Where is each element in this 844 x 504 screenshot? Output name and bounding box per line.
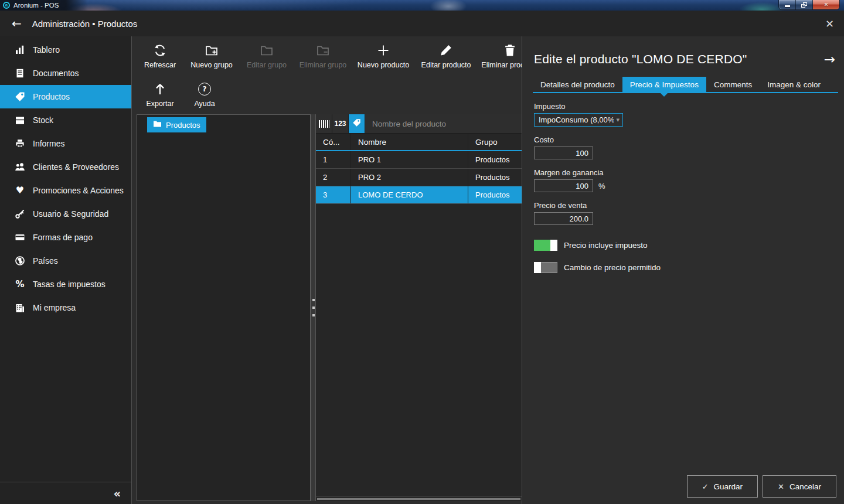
credit-card-icon [15, 232, 25, 243]
app-logo-icon: a [3, 2, 10, 9]
folder-plus-icon [204, 41, 219, 60]
sidebar-footer: « [0, 482, 131, 504]
close-window-icon: ✕ [824, 2, 829, 8]
column-header-code[interactable]: Có... [316, 134, 351, 150]
sidebar-item-clientes-proveedores[interactable]: Clientes & Proveedores [0, 155, 131, 179]
sidebar-item-label: Tasas de impuestos [33, 280, 106, 289]
sidebar-item-tablero[interactable]: Tablero [0, 38, 131, 62]
key-icon [15, 209, 25, 219]
folder-icon [153, 120, 162, 130]
tab-imagen-color[interactable]: Imagen & color [760, 77, 828, 92]
toggle-label: Precio incluye impuesto [564, 241, 648, 250]
app-logo-letter: a [5, 3, 8, 8]
margen-label: Margen de ganancia [534, 168, 844, 177]
sidebar-item-label: Formas de pago [33, 233, 93, 242]
sidebar-item-informes[interactable]: Informes [0, 132, 131, 155]
tab-comments[interactable]: Comments [706, 77, 760, 92]
help-button[interactable]: ? Ayuda [183, 79, 226, 113]
code-filter-button[interactable]: 123 [332, 114, 349, 133]
folder-icon [259, 41, 274, 60]
product-search-input[interactable] [365, 114, 522, 133]
scrollbar-thumb[interactable] [317, 498, 520, 500]
close-window-button[interactable]: ✕ [813, 0, 839, 9]
collapse-sidebar-button[interactable]: « [114, 487, 121, 500]
trash-icon [502, 41, 518, 60]
splitter-handle[interactable] [311, 114, 316, 501]
page-title: Administración • Productos [32, 19, 138, 29]
new-group-button[interactable]: Nuevo grupo [183, 40, 240, 79]
search-bar: 123 [316, 114, 522, 134]
sidebar-item-documentos[interactable]: Documentos [0, 62, 131, 85]
impuesto-select[interactable]: ImpoConsumo (8,00% ▾ [534, 113, 623, 127]
percent-icon: % [15, 279, 25, 290]
table-row[interactable]: 2 PRO 2 Productos [316, 169, 522, 186]
sidebar-item-stock[interactable]: Stock [0, 108, 131, 132]
product-table-panel: 123 Có... Nombre Grupo 1 PRO 1 Productos… [316, 114, 522, 501]
sidebar: Tablero Documentos Productos Stock Infor… [0, 36, 132, 504]
forward-button[interactable]: → [824, 52, 835, 67]
tree-node-productos[interactable]: Productos [147, 117, 206, 132]
tab-precio-impuestos[interactable]: Precio & Impuestos [622, 77, 706, 92]
edit-product-button[interactable]: Editar producto [414, 40, 478, 79]
refresh-button[interactable]: Refrescar [137, 40, 183, 79]
barcode-filter-button[interactable] [316, 114, 332, 133]
cell-group: Productos [468, 151, 522, 168]
margen-input[interactable] [534, 179, 593, 192]
table-row[interactable]: 1 PRO 1 Productos [316, 151, 522, 169]
folder-minus-icon [315, 41, 331, 60]
impuesto-value: ImpoConsumo (8,00% [539, 115, 614, 124]
export-button[interactable]: Exportar [137, 79, 183, 113]
tab-detalles-del-producto[interactable]: Detalles del producto [533, 77, 622, 92]
window-controls: ✕ [779, 0, 839, 9]
sidebar-item-usuario-seguridad[interactable]: Usuario & Seguridad [0, 202, 131, 226]
sidebar-item-formas-pago[interactable]: Formas de pago [0, 226, 131, 249]
delete-group-button[interactable]: Eliminar grupo [294, 40, 352, 79]
close-admin-button[interactable]: ✕ [825, 18, 834, 30]
table-header[interactable]: Có... Nombre Grupo [316, 134, 522, 151]
cancel-button-label: Cancelar [789, 482, 821, 491]
table-row-selected[interactable]: 3 LOMO DE CERDO Productos [316, 186, 522, 204]
name-filter-button[interactable] [349, 114, 365, 133]
minimize-button[interactable] [779, 0, 796, 9]
sidebar-item-productos[interactable]: Productos [0, 85, 131, 108]
precio-incluye-impuesto-toggle[interactable] [534, 240, 557, 251]
cell-name: PRO 2 [351, 169, 468, 186]
sidebar-item-label: Productos [33, 92, 70, 101]
editor-title: Edite el producto "LOMO DE CERDO" [534, 52, 824, 66]
printer-icon [15, 138, 25, 149]
window-title: Aronium - POS [13, 2, 59, 9]
maximize-button[interactable] [796, 0, 813, 9]
refresh-icon [152, 41, 168, 60]
app-header: ← Administración • Productos ✕ [0, 11, 844, 36]
column-header-nombre[interactable]: Nombre [351, 134, 468, 150]
margen-suffix: % [598, 182, 605, 190]
column-header-grupo[interactable]: Grupo [468, 134, 522, 150]
horizontal-scrollbar[interactable] [316, 496, 522, 501]
toggle-label: Cambio de precio permitido [564, 263, 661, 272]
toolbar: Refrescar Nuevo grupo Editar grupo Elimi… [132, 36, 522, 114]
sidebar-item-tasas-impuestos[interactable]: % Tasas de impuestos [0, 273, 131, 296]
new-product-button[interactable]: Nuevo producto [352, 40, 414, 79]
save-button[interactable]: ✓ Guardar [687, 475, 758, 498]
back-button[interactable]: ← [12, 16, 22, 30]
cell-name: LOMO DE CERDO [351, 186, 468, 203]
cancel-button[interactable]: ✕ Cancelar [763, 475, 836, 498]
code-filter-label: 123 [334, 120, 346, 128]
sidebar-item-label: Documentos [33, 69, 79, 78]
costo-input[interactable] [534, 147, 593, 159]
sidebar-item-promociones[interactable]: ♥ Promociones & Acciones [0, 179, 131, 202]
sidebar-item-mi-empresa[interactable]: Mi empresa [0, 296, 131, 319]
precio-venta-input[interactable] [534, 212, 593, 225]
sidebar-item-paises[interactable]: Países [0, 249, 131, 273]
product-editor-panel: Edite el producto "LOMO DE CERDO" → Deta… [522, 36, 844, 504]
sidebar-item-label: Tablero [33, 45, 60, 55]
cambio-precio-permitido-toggle[interactable] [534, 262, 557, 273]
check-icon: ✓ [702, 482, 709, 491]
tag-icon [15, 91, 25, 102]
sidebar-item-label: Stock [33, 115, 53, 125]
plus-icon [376, 41, 391, 60]
pencil-icon [438, 41, 454, 60]
chevron-down-icon: ▾ [616, 116, 620, 124]
delete-product-button[interactable]: Eliminar producto [478, 40, 522, 79]
edit-group-button[interactable]: Editar grupo [240, 40, 294, 79]
